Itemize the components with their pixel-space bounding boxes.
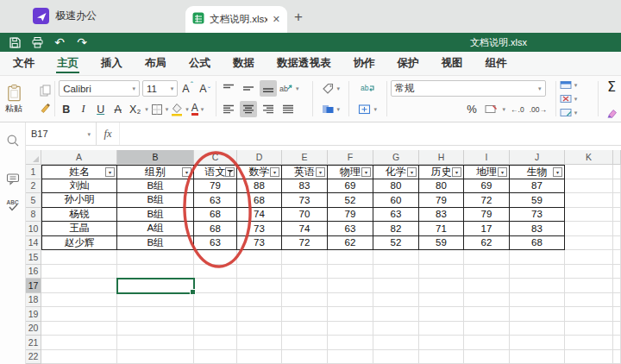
row-header-2[interactable]: 2 [26,179,41,194]
cell-E15[interactable] [282,250,328,265]
cell-B19[interactable] [117,307,194,322]
decrease-font-button[interactable]: A [198,80,212,97]
cell-F10[interactable]: 63 [328,222,373,236]
menu-item-layout[interactable]: 布局 [134,52,178,75]
cell-J10[interactable]: 83 [510,222,565,236]
decrease-decimal-button[interactable] [530,105,547,114]
formula-input[interactable] [120,122,621,145]
italic-button[interactable]: I [76,101,91,117]
align-middle-button[interactable] [240,80,257,97]
text-orientation-button[interactable]: ab [279,83,293,94]
cell-D14[interactable]: 73 [237,236,282,251]
paste-button[interactable]: 粘贴 [5,84,22,115]
cell-K5[interactable] [565,193,613,208]
increase-font-button[interactable]: A [180,80,195,97]
cell-C8[interactable]: 68 [194,208,237,223]
cell-H14[interactable]: 59 [419,236,464,251]
cell-E21[interactable] [282,336,328,350]
cell-I22[interactable] [464,350,510,364]
cell-A15[interactable] [41,250,117,265]
cell-G2[interactable]: 80 [373,179,419,194]
column-header-H[interactable]: H [419,150,464,165]
menu-item-formula[interactable]: 公式 [178,52,222,75]
menu-item-pivot-table[interactable]: 数据透视表 [266,52,342,75]
cell-A17[interactable] [41,279,117,293]
row-header-20[interactable]: 20 [26,322,41,336]
cell-G22[interactable] [373,350,419,364]
chevron-down-icon[interactable] [337,106,341,112]
column-header-E[interactable]: E [282,150,328,165]
column-header-D[interactable]: D [237,150,282,165]
autosum-button[interactable]: Σ [605,78,619,95]
bold-button[interactable]: B [59,101,73,117]
cell-E2[interactable]: 83 [282,179,328,194]
cell-D5[interactable]: 68 [237,193,282,208]
cell-H21[interactable] [419,336,464,350]
cell-A16[interactable] [41,265,117,279]
close-tab-icon[interactable] [273,14,280,25]
cell-B20[interactable] [117,322,194,336]
cell-J8[interactable]: 73 [510,208,565,223]
cell-I21[interactable] [464,336,510,350]
header-cell-英语[interactable]: 英语 [282,165,328,179]
filter-dropdown-icon[interactable] [270,167,279,177]
column-header-B[interactable]: B [117,150,194,165]
cell-I14[interactable]: 62 [464,236,510,251]
cell-A21[interactable] [41,336,117,350]
comma-style-button[interactable] [485,104,498,114]
font-size-select[interactable]: 11 [142,80,178,97]
app-logo[interactable]: 极速办公 [33,8,97,24]
cell-A10[interactable]: 王晶 [41,222,117,236]
filter-dropdown-icon[interactable] [316,167,325,177]
cell-K10[interactable] [565,222,613,236]
column-header-K[interactable]: K [565,150,613,165]
row-header-18[interactable]: 18 [26,293,41,308]
cell-A8[interactable]: 杨锐 [41,208,117,223]
cell-A19[interactable] [41,307,117,322]
filter-active-funnel-icon[interactable] [225,167,235,177]
clear-eraser-button[interactable] [605,108,618,119]
cell-F5[interactable]: 52 [328,193,373,208]
copy-icon[interactable] [40,85,51,97]
cell-B16[interactable] [117,265,194,279]
cell-K22[interactable] [565,350,613,364]
wrap-text-button[interactable]: ab [361,83,375,94]
menu-item-data[interactable]: 数据 [222,52,266,75]
comment-icon[interactable] [6,173,20,189]
filter-dropdown-icon[interactable] [498,167,507,177]
spellcheck-icon[interactable]: ABC [6,198,21,216]
cell-H5[interactable]: 79 [419,193,464,208]
cell-G8[interactable]: 63 [373,208,419,223]
cell-B2[interactable]: B组 [117,179,194,194]
cell-E17[interactable] [282,279,328,293]
row-header-16[interactable]: 16 [26,265,41,279]
format-button[interactable] [560,105,594,119]
row-header-21[interactable]: 21 [26,336,41,350]
cell-F14[interactable]: 62 [328,236,373,251]
filter-dropdown-icon[interactable] [182,167,191,177]
merge-cells-button[interactable] [322,104,335,115]
cell-I5[interactable]: 72 [464,193,510,208]
filter-dropdown-icon[interactable] [407,167,417,177]
underline-button[interactable]: U [93,101,108,117]
row-header-10[interactable]: 10 [26,222,41,236]
cell-E18[interactable] [282,293,328,308]
cell-K15[interactable] [565,250,613,265]
cell-E10[interactable]: 74 [282,222,328,236]
cell-F17[interactable] [328,279,373,293]
cell-E16[interactable] [282,265,328,279]
filter-dropdown-icon[interactable] [553,167,562,177]
cell-I19[interactable] [464,307,510,322]
print-button[interactable] [26,33,48,52]
row-header-22[interactable]: 22 [26,350,41,364]
chevron-down-icon[interactable] [201,106,204,112]
search-icon[interactable] [6,134,20,151]
cell-H2[interactable]: 80 [419,179,464,194]
cell-G21[interactable] [373,336,419,350]
menu-item-home[interactable]: 主页 [46,52,90,75]
align-bottom-button[interactable] [260,80,277,97]
row-header-5[interactable]: 5 [26,193,41,208]
cell-C18[interactable] [194,293,237,308]
cell-F16[interactable] [328,265,373,279]
cell-I18[interactable] [464,293,510,308]
